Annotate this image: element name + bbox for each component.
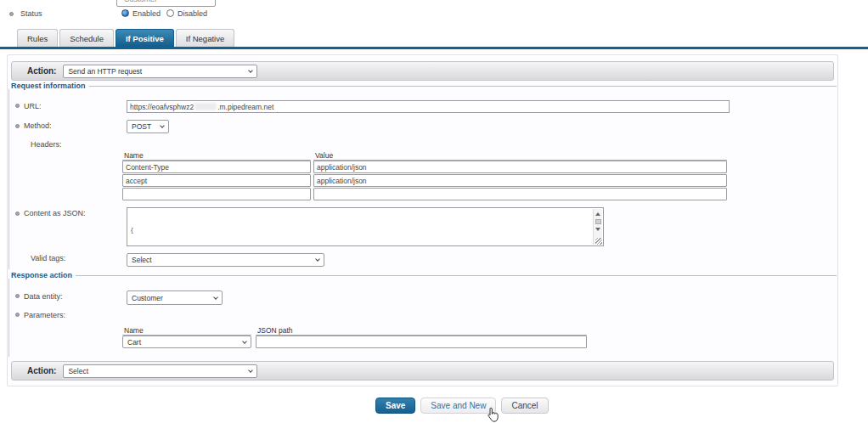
status-enabled-label: Enabled [132,9,161,18]
bullet-icon [15,294,20,298]
json-line: { [131,226,234,234]
response-action-legend: Response action [11,271,837,279]
tab-schedule[interactable]: Schedule [59,29,114,47]
tab-rules[interactable]: Rules [17,29,58,47]
chevron-down-icon [315,257,320,262]
resize-grip-icon[interactable] [595,238,602,245]
method-select-value: POST [132,122,161,131]
header-value-input[interactable] [313,161,727,173]
content-json-label: Content as JSON: [24,209,86,217]
url-value-suffix: .m.pipedream.net [217,103,273,111]
chevron-down-icon [249,368,254,373]
legend-rule [89,86,837,87]
url-input[interactable]: https://eoafvsphwz2 .m.pipedream.net [127,100,730,113]
bullet-icon [15,124,20,128]
header-value-input[interactable] [313,188,727,200]
headers-name-column-header: Name [124,151,144,160]
action-bottom-select[interactable]: Select [63,364,257,378]
scrollbar-thumb[interactable] [595,219,601,224]
action-bar-top: Action: Send an HTTP request [11,61,834,81]
tab-underline [0,47,868,49]
fieldset-left-border [8,279,9,357]
if-positive-panel: Action: Send an HTTP request Request inf… [7,54,838,386]
valid-tags-select-value: Select [132,256,316,264]
legend-rule [76,275,837,276]
parameters-name-column-header: Name [124,326,144,335]
parameters-json-path-column-header: JSON path [257,326,293,335]
chevron-down-icon [160,123,165,128]
method-select[interactable]: POST [127,120,169,133]
status-label: Status [20,9,42,18]
hand-cursor-icon [487,407,499,422]
save-button[interactable]: Save [375,398,415,414]
action-label: Action: [27,366,56,375]
chevron-down-icon [242,339,247,344]
action-bar-bottom: Action: Select [11,361,834,381]
bullet-icon [15,212,20,216]
scroll-up-icon[interactable] [595,212,600,216]
method-label: Method: [24,121,52,130]
url-label: URL: [24,102,42,110]
tab-bar: Rules Schedule If Positive If Negative [17,29,234,47]
parameter-name-select[interactable]: Cart [122,336,251,348]
header-value-input[interactable] [313,174,727,187]
data-entity-select[interactable]: Customer [127,290,223,305]
bullet-icon [15,104,20,108]
redacted-url-segment [194,103,217,110]
content-json-textarea[interactable]: { "html_url": "{=UrlRegistro}", "funcion… [127,207,604,246]
parameters-label: Parameters: [24,311,65,319]
request-information-legend-text: Request information [11,82,86,90]
fieldset-left-border [8,89,9,269]
chevron-down-icon [249,68,254,73]
response-action-legend-text: Response action [11,271,72,279]
valid-tags-select[interactable]: Select [127,253,324,267]
scroll-down-icon[interactable] [595,228,600,231]
data-entity-label: Data entity: [24,292,63,301]
textarea-scrollbar[interactable] [593,209,602,245]
tab-if-negative[interactable]: If Negative [176,29,234,47]
header-name-input[interactable] [122,161,311,173]
action-bottom-select-value: Select [68,367,249,375]
bullet-icon [9,12,14,16]
status-disabled-label: Disabled [178,9,207,18]
data-entity-select-value: Customer [132,294,214,302]
status-disabled-radio[interactable] [166,9,174,17]
parameter-json-path-input[interactable] [256,336,587,348]
header-name-input[interactable] [122,174,311,187]
action-select[interactable]: Send an HTTP request [63,65,257,78]
headers-value-column-header: Value [315,151,333,160]
action-label: Action: [27,66,56,76]
action-select-value: Send an HTTP request [68,67,249,76]
url-value-prefix: https://eoafvsphwz2 [130,103,194,111]
request-information-legend: Request information [11,82,837,90]
automation-action-form: Customer Status Enabled Disabled Rules S… [0,0,868,423]
header-name-input[interactable] [122,188,311,200]
headers-label: Headers: [31,140,62,149]
tab-if-positive[interactable]: If Positive [116,29,174,47]
save-and-new-button[interactable]: Save and New [420,398,496,414]
bullet-icon [15,313,20,317]
footer-buttons: Save Save and New Cancel [375,398,549,414]
cancel-button[interactable]: Cancel [501,398,548,414]
chevron-down-icon [213,295,218,300]
clipped-entity-field[interactable]: Customer [116,0,216,7]
parameter-name-value: Cart [127,338,243,347]
valid-tags-label: Valid tags: [31,254,65,262]
status-enabled-radio[interactable] [121,9,129,17]
